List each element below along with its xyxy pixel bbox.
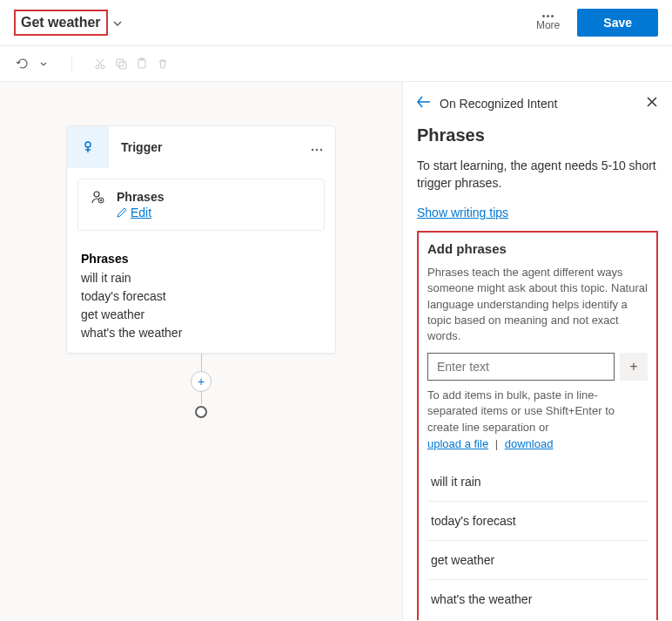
pencil-icon xyxy=(117,207,127,218)
end-node xyxy=(195,406,207,418)
trigger-title: Trigger xyxy=(109,140,299,154)
svg-rect-2 xyxy=(117,59,124,66)
chevron-down-icon[interactable] xyxy=(35,55,52,72)
delete-icon[interactable] xyxy=(154,55,171,72)
svg-point-8 xyxy=(316,149,318,151)
upload-file-link[interactable]: upload a file xyxy=(427,437,488,450)
bulk-hint: To add items in bulk, paste in line-sepa… xyxy=(427,388,648,435)
more-button[interactable]: More xyxy=(536,15,560,31)
phrase-item[interactable]: will it rain xyxy=(427,462,648,502)
phrase-list-title: Phrases xyxy=(81,252,321,266)
undo-icon[interactable] xyxy=(14,55,31,72)
add-phrases-title: Add phrases xyxy=(427,241,648,256)
edit-link[interactable]: Edit xyxy=(117,206,164,219)
cut-icon[interactable] xyxy=(91,55,109,72)
list-item: today's forecast xyxy=(81,287,321,306)
phrase-item[interactable]: today's forecast xyxy=(427,502,648,541)
ellipsis-icon xyxy=(542,15,554,17)
svg-point-0 xyxy=(96,65,99,69)
list-item: get weather xyxy=(81,306,321,324)
svg-point-9 xyxy=(320,149,322,151)
canvas: Trigger Phrases Edit xyxy=(0,82,402,620)
svg-point-6 xyxy=(85,142,91,147)
more-label: More xyxy=(536,19,560,31)
svg-rect-3 xyxy=(119,62,126,69)
download-link[interactable]: download xyxy=(505,437,554,450)
trigger-more-icon[interactable] xyxy=(299,139,335,155)
close-icon[interactable] xyxy=(646,96,658,111)
panel-title: Phrases xyxy=(417,125,658,145)
phrases-label: Phrases xyxy=(117,190,164,204)
phrase-item[interactable]: what's the weather xyxy=(427,580,648,618)
list-item: what's the weather xyxy=(81,324,321,342)
svg-point-10 xyxy=(94,192,99,197)
phrase-input[interactable] xyxy=(427,353,615,381)
toolbar xyxy=(0,46,672,82)
save-button[interactable]: Save xyxy=(577,9,658,37)
separator: | xyxy=(495,437,498,450)
copy-icon[interactable] xyxy=(112,55,130,72)
add-node-button[interactable]: + xyxy=(191,371,212,392)
list-item: will it rain xyxy=(81,269,321,287)
svg-point-1 xyxy=(101,65,104,69)
panel-breadcrumb: On Recognized Intent xyxy=(440,97,557,111)
back-arrow-icon[interactable] xyxy=(417,96,431,111)
paste-icon[interactable] xyxy=(133,55,151,72)
person-icon xyxy=(89,190,106,206)
trigger-icon xyxy=(67,126,109,168)
phrases-inner-card[interactable]: Phrases Edit xyxy=(77,179,325,231)
trigger-card[interactable]: Trigger Phrases Edit xyxy=(66,125,336,354)
phrase-item[interactable]: get weather xyxy=(427,541,648,580)
writing-tips-link[interactable]: Show writing tips xyxy=(417,206,508,219)
topic-title-box: Get weather xyxy=(14,10,108,36)
connector-line xyxy=(201,392,202,404)
add-phrases-desc: Phrases teach the agent different ways s… xyxy=(427,265,648,344)
connector-line xyxy=(201,354,202,371)
svg-point-7 xyxy=(312,149,313,151)
details-panel: On Recognized Intent Phrases To start le… xyxy=(402,82,672,620)
panel-description: To start learning, the agent needs 5-10 … xyxy=(417,158,658,192)
add-phrase-button[interactable]: + xyxy=(620,353,648,381)
chevron-down-icon[interactable] xyxy=(113,17,122,28)
add-phrases-section: Add phrases Phrases teach the agent diff… xyxy=(417,231,658,620)
topic-title: Get weather xyxy=(21,15,101,30)
